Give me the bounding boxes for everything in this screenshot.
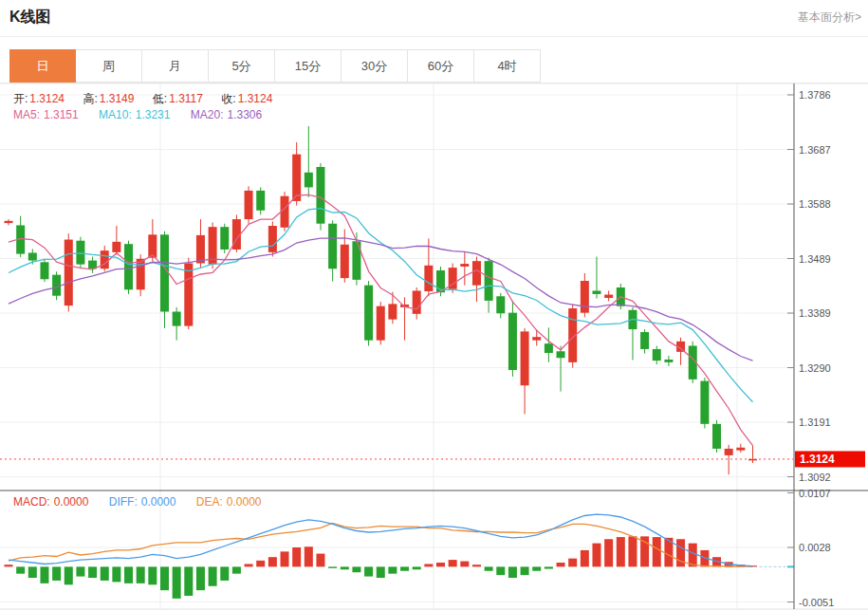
- svg-text:1.3389: 1.3389: [799, 307, 831, 319]
- svg-text:1.3687: 1.3687: [799, 144, 831, 156]
- tab-60min[interactable]: 60分: [408, 49, 474, 83]
- fundamental-analysis-link[interactable]: 基本面分析>: [798, 9, 861, 26]
- tab-5min[interactable]: 5分: [209, 49, 275, 83]
- tab-4hour[interactable]: 4时: [474, 49, 541, 83]
- svg-text:0.0107: 0.0107: [799, 488, 831, 499]
- macd-panel: [5, 514, 795, 599]
- page-title: K线图: [9, 8, 51, 28]
- svg-text:1.3786: 1.3786: [799, 89, 831, 101]
- svg-text:0.0028: 0.0028: [799, 542, 831, 553]
- svg-text:1.3191: 1.3191: [799, 417, 831, 428]
- kline-page: { "header": { "title": "K线图", "link": "基…: [0, 0, 868, 611]
- svg-text:1.3290: 1.3290: [799, 362, 831, 374]
- current-price-badge: 1.3124: [795, 451, 865, 467]
- svg-text:1.3124: 1.3124: [800, 453, 835, 466]
- tab-15min[interactable]: 15分: [275, 49, 342, 83]
- svg-text:-0.0051: -0.0051: [799, 597, 834, 608]
- tab-month[interactable]: 月: [142, 49, 209, 83]
- tab-day[interactable]: 日: [9, 49, 76, 83]
- timeframe-tabs: 日 周 月 5分 15分 30分 60分 4时: [9, 49, 541, 83]
- svg-text:1.3489: 1.3489: [799, 253, 831, 265]
- svg-text:1.3588: 1.3588: [799, 198, 831, 210]
- tab-week[interactable]: 周: [76, 49, 142, 83]
- tab-30min[interactable]: 30分: [342, 49, 408, 83]
- kline-chart-canvas[interactable]: 1.37861.36871.35881.34891.33891.32901.31…: [0, 0, 868, 611]
- svg-text:1.3092: 1.3092: [799, 472, 831, 483]
